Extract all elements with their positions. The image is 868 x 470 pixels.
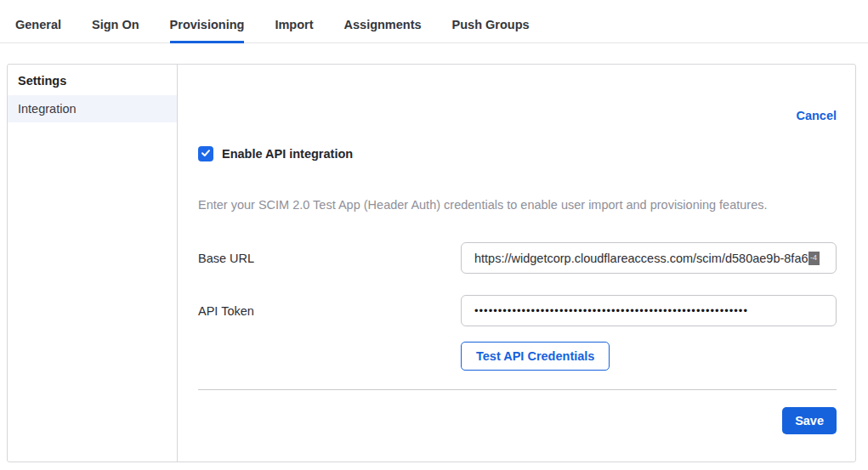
enable-api-checkbox[interactable] <box>198 146 213 161</box>
save-button[interactable]: Save <box>782 407 837 434</box>
sidebar-item-integration[interactable]: Integration <box>8 95 177 122</box>
enable-api-label: Enable API integration <box>222 147 353 161</box>
api-token-label: API Token <box>198 304 461 318</box>
cancel-link[interactable]: Cancel <box>796 109 837 122</box>
credentials-description: Enter your SCIM 2.0 Test App (Header Aut… <box>198 198 837 212</box>
provisioning-panel: Settings Integration Cancel Enable API i… <box>7 64 856 462</box>
tab-push-groups[interactable]: Push Groups <box>452 4 530 43</box>
api-token-masked-value: ••••••••••••••••••••••••••••••••••••••••… <box>474 304 748 317</box>
checkmark-icon <box>201 146 211 161</box>
base-url-overflow-selection: -4 <box>808 252 820 265</box>
integration-form: Cancel Enable API integration Enter your… <box>178 65 856 462</box>
tab-general[interactable]: General <box>15 4 61 43</box>
app-tabs: General Sign On Provisioning Import Assi… <box>0 0 868 43</box>
test-api-credentials-button[interactable]: Test API Credentials <box>461 342 610 371</box>
tab-assignments[interactable]: Assignments <box>344 4 422 43</box>
base-url-input[interactable]: https://widgetcorp.cloudflareaccess.com/… <box>461 242 837 274</box>
sidebar-header: Settings <box>8 65 177 95</box>
api-token-input[interactable]: ••••••••••••••••••••••••••••••••••••••••… <box>461 295 837 326</box>
settings-sidebar: Settings Integration <box>8 65 178 462</box>
tab-sign-on[interactable]: Sign On <box>92 4 139 43</box>
tab-import[interactable]: Import <box>275 4 313 43</box>
tab-provisioning[interactable]: Provisioning <box>170 4 245 43</box>
base-url-value: https://widgetcorp.cloudflareaccess.com/… <box>474 252 808 265</box>
footer-divider <box>198 389 837 390</box>
base-url-label: Base URL <box>198 252 461 265</box>
